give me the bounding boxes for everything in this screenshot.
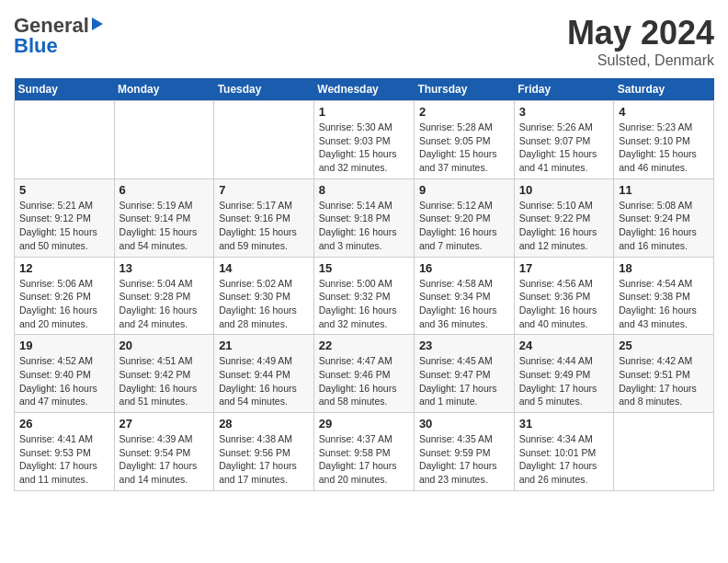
day-number: 8: [319, 183, 409, 197]
calendar-cell: [214, 101, 314, 179]
day-info: Sunrise: 5:04 AM Sunset: 9:28 PM Dayligh…: [119, 277, 210, 331]
day-info: Sunrise: 4:41 AM Sunset: 9:53 PM Dayligh…: [19, 432, 109, 487]
day-info: Sunrise: 5:17 AM Sunset: 9:16 PM Dayligh…: [219, 199, 309, 253]
calendar-cell: 28Sunrise: 4:38 AM Sunset: 9:56 PM Dayli…: [214, 413, 314, 491]
calendar-cell: 29Sunrise: 4:37 AM Sunset: 9:58 PM Dayli…: [313, 413, 414, 491]
day-info: Sunrise: 4:51 AM Sunset: 9:42 PM Dayligh…: [119, 354, 210, 408]
calendar-cell: 18Sunrise: 4:54 AM Sunset: 9:38 PM Dayli…: [614, 257, 714, 335]
day-number: 21: [219, 339, 309, 352]
calendar-cell: 1Sunrise: 5:30 AM Sunset: 9:03 PM Daylig…: [313, 101, 414, 179]
title-block: May 2024 Sulsted, Denmark: [567, 14, 714, 69]
day-number: 17: [519, 261, 609, 275]
day-info: Sunrise: 5:23 AM Sunset: 9:10 PM Dayligh…: [619, 121, 709, 175]
calendar-cell: 14Sunrise: 5:02 AM Sunset: 9:30 PM Dayli…: [214, 257, 314, 335]
day-number: 24: [519, 339, 609, 352]
calendar-week-row: 19Sunrise: 4:52 AM Sunset: 9:40 PM Dayli…: [15, 335, 714, 413]
day-info: Sunrise: 5:21 AM Sunset: 9:12 PM Dayligh…: [19, 199, 109, 253]
calendar-cell: 22Sunrise: 4:47 AM Sunset: 9:46 PM Dayli…: [313, 335, 414, 413]
day-number: 30: [419, 417, 509, 431]
calendar-cell: 7Sunrise: 5:17 AM Sunset: 9:16 PM Daylig…: [214, 178, 314, 257]
day-info: Sunrise: 4:38 AM Sunset: 9:56 PM Dayligh…: [219, 432, 309, 487]
calendar-cell: [614, 413, 714, 491]
day-number: 25: [619, 339, 709, 352]
day-info: Sunrise: 5:02 AM Sunset: 9:30 PM Dayligh…: [219, 277, 309, 331]
day-number: 26: [19, 417, 109, 431]
day-info: Sunrise: 5:10 AM Sunset: 9:22 PM Dayligh…: [519, 199, 609, 253]
calendar-cell: 31Sunrise: 4:34 AM Sunset: 10:01 PM Dayl…: [514, 413, 614, 491]
calendar-cell: 2Sunrise: 5:28 AM Sunset: 9:05 PM Daylig…: [414, 101, 514, 179]
day-number: 31: [519, 417, 609, 431]
calendar-cell: 23Sunrise: 4:45 AM Sunset: 9:47 PM Dayli…: [414, 335, 514, 413]
calendar-cell: 4Sunrise: 5:23 AM Sunset: 9:10 PM Daylig…: [614, 101, 714, 179]
day-info: Sunrise: 4:52 AM Sunset: 9:40 PM Dayligh…: [19, 354, 109, 408]
day-info: Sunrise: 5:28 AM Sunset: 9:05 PM Dayligh…: [419, 121, 509, 175]
calendar-title: May 2024: [567, 14, 714, 52]
calendar-cell: 20Sunrise: 4:51 AM Sunset: 9:42 PM Dayli…: [114, 335, 214, 413]
weekday-header: Thursday: [414, 78, 514, 101]
day-info: Sunrise: 4:44 AM Sunset: 9:49 PM Dayligh…: [519, 354, 609, 408]
calendar-week-row: 1Sunrise: 5:30 AM Sunset: 9:03 PM Daylig…: [15, 101, 714, 179]
logo-blue: Blue: [14, 34, 58, 57]
calendar-table: SundayMondayTuesdayWednesdayThursdayFrid…: [14, 78, 714, 491]
day-info: Sunrise: 5:12 AM Sunset: 9:20 PM Dayligh…: [419, 199, 509, 253]
day-number: 5: [19, 183, 109, 197]
day-info: Sunrise: 5:08 AM Sunset: 9:24 PM Dayligh…: [619, 199, 709, 253]
weekday-header: Sunday: [15, 78, 115, 101]
day-number: 1: [319, 105, 409, 119]
calendar-location: Sulsted, Denmark: [567, 52, 714, 69]
day-info: Sunrise: 4:58 AM Sunset: 9:34 PM Dayligh…: [419, 277, 509, 331]
weekday-header: Wednesday: [313, 78, 414, 101]
day-info: Sunrise: 5:14 AM Sunset: 9:18 PM Dayligh…: [319, 199, 409, 253]
weekday-header: Monday: [114, 78, 214, 101]
day-number: 6: [119, 183, 210, 197]
day-number: 20: [119, 339, 210, 352]
calendar-week-row: 26Sunrise: 4:41 AM Sunset: 9:53 PM Dayli…: [15, 413, 714, 491]
day-number: 13: [119, 261, 210, 275]
calendar-cell: 24Sunrise: 4:44 AM Sunset: 9:49 PM Dayli…: [514, 335, 614, 413]
day-number: 3: [519, 105, 609, 119]
day-number: 16: [419, 261, 509, 275]
day-info: Sunrise: 5:26 AM Sunset: 9:07 PM Dayligh…: [519, 121, 609, 175]
calendar-cell: 8Sunrise: 5:14 AM Sunset: 9:18 PM Daylig…: [313, 178, 414, 257]
calendar-cell: 5Sunrise: 5:21 AM Sunset: 9:12 PM Daylig…: [15, 178, 115, 257]
weekday-header: Tuesday: [214, 78, 314, 101]
day-number: 4: [619, 105, 709, 119]
weekday-header: Saturday: [614, 78, 714, 101]
calendar-cell: 16Sunrise: 4:58 AM Sunset: 9:34 PM Dayli…: [414, 257, 514, 335]
day-number: 27: [119, 417, 210, 431]
calendar-cell: 12Sunrise: 5:06 AM Sunset: 9:26 PM Dayli…: [15, 257, 115, 335]
calendar-cell: 25Sunrise: 4:42 AM Sunset: 9:51 PM Dayli…: [614, 335, 714, 413]
day-number: 9: [419, 183, 509, 197]
day-number: 18: [619, 261, 709, 275]
calendar-cell: 17Sunrise: 4:56 AM Sunset: 9:36 PM Dayli…: [514, 257, 614, 335]
day-info: Sunrise: 5:19 AM Sunset: 9:14 PM Dayligh…: [119, 199, 210, 253]
day-number: 2: [419, 105, 509, 119]
day-info: Sunrise: 4:45 AM Sunset: 9:47 PM Dayligh…: [419, 354, 509, 408]
day-number: 15: [319, 261, 409, 275]
calendar-cell: 21Sunrise: 4:49 AM Sunset: 9:44 PM Dayli…: [214, 335, 314, 413]
calendar-cell: 26Sunrise: 4:41 AM Sunset: 9:53 PM Dayli…: [15, 413, 115, 491]
calendar-cell: 11Sunrise: 5:08 AM Sunset: 9:24 PM Dayli…: [614, 178, 714, 257]
calendar-week-row: 12Sunrise: 5:06 AM Sunset: 9:26 PM Dayli…: [15, 257, 714, 335]
calendar-cell: 10Sunrise: 5:10 AM Sunset: 9:22 PM Dayli…: [514, 178, 614, 257]
calendar-cell: [15, 101, 115, 179]
day-number: 28: [219, 417, 309, 431]
calendar-cell: 19Sunrise: 4:52 AM Sunset: 9:40 PM Dayli…: [15, 335, 115, 413]
day-info: Sunrise: 5:06 AM Sunset: 9:26 PM Dayligh…: [19, 277, 109, 331]
day-number: 22: [319, 339, 409, 352]
day-info: Sunrise: 4:49 AM Sunset: 9:44 PM Dayligh…: [219, 354, 309, 408]
day-number: 10: [519, 183, 609, 197]
day-info: Sunrise: 4:54 AM Sunset: 9:38 PM Dayligh…: [619, 277, 709, 331]
day-number: 11: [619, 183, 709, 197]
day-number: 14: [219, 261, 309, 275]
day-info: Sunrise: 5:00 AM Sunset: 9:32 PM Dayligh…: [319, 277, 409, 331]
calendar-week-row: 5Sunrise: 5:21 AM Sunset: 9:12 PM Daylig…: [15, 178, 714, 257]
day-number: 19: [19, 339, 109, 352]
day-info: Sunrise: 5:30 AM Sunset: 9:03 PM Dayligh…: [319, 121, 409, 175]
day-number: 12: [19, 261, 109, 275]
calendar-cell: 13Sunrise: 5:04 AM Sunset: 9:28 PM Dayli…: [114, 257, 214, 335]
day-number: 23: [419, 339, 509, 352]
day-info: Sunrise: 4:47 AM Sunset: 9:46 PM Dayligh…: [319, 354, 409, 408]
calendar-cell: 27Sunrise: 4:39 AM Sunset: 9:54 PM Dayli…: [114, 413, 214, 491]
logo-icon: [92, 17, 103, 30]
